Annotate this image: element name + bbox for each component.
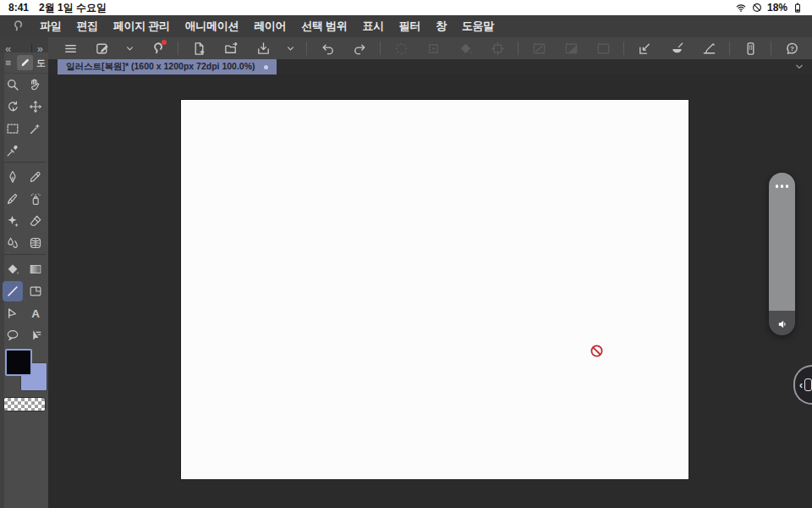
menu-filter[interactable]: 필터 [399,19,420,34]
tool-eraser[interactable] [25,211,46,231]
help-bubble-icon: ? [784,41,800,57]
toolbar-group [634,39,720,58]
magnifier-icon [5,77,20,92]
status-bar: 8:41 2월 1일 수요일 18% [0,0,812,15]
toolbar-group: ? [781,39,803,58]
tool-zoom[interactable] [3,75,23,95]
tool-row [0,258,48,280]
tool-text[interactable]: A [25,303,46,323]
menu-selection[interactable]: 선택 범위 [301,19,347,34]
tool-blend[interactable] [3,233,23,253]
menu-animation[interactable]: 애니메이션 [185,19,239,34]
fill-selection-button[interactable] [454,39,476,58]
companion-mode-button[interactable] [739,39,761,58]
tool-select-area[interactable] [3,119,23,139]
do-not-disturb-icon [751,2,763,14]
new-canvas-button[interactable] [188,39,210,58]
foreground-color-swatch[interactable] [5,349,32,376]
selection-tone-button[interactable] [560,39,582,58]
tool-palette-header: 도 [0,52,48,74]
toolbar-groups: ? [48,39,803,58]
redo-button[interactable] [348,39,370,58]
snap-to-special-ruler-button[interactable] [666,39,688,58]
tool-polyline[interactable] [3,303,23,323]
toolbar-separator [623,41,624,55]
frame-border-icon [28,284,43,299]
save-button[interactable] [252,39,274,58]
text-a-icon: A [28,306,43,321]
tool-figure[interactable] [25,233,46,253]
sparkle-icon [5,213,20,229]
battery-percent: 18% [767,2,787,14]
tool-decoration[interactable] [3,211,23,231]
help-button[interactable]: ? [781,39,803,58]
menu-view[interactable]: 표시 [362,19,383,34]
clip-studio-app-button[interactable] [146,39,168,58]
move-icon [28,99,43,114]
volume-more-options-icon[interactable] [769,185,795,188]
tool-pen[interactable] [3,167,23,187]
deselect-button[interactable] [390,39,412,58]
menu-layer[interactable]: 레이어 [254,19,286,34]
tool-auto-select[interactable] [25,119,46,139]
undo-button[interactable] [316,39,338,58]
tool-move-layer[interactable] [25,97,46,117]
tool-eyedropper[interactable] [3,141,23,161]
transparent-color-swatch[interactable] [3,397,46,411]
tool-brush[interactable] [3,189,23,209]
hand-icon [28,77,43,92]
tool-row [0,188,48,210]
menu-file[interactable]: 파일 [40,19,61,34]
clip-studio-logo-icon [10,19,25,34]
tool-frame-border[interactable] [25,281,46,301]
date: 2월 1일 수요일 [39,1,107,15]
edit-shortcut-dropdown-button[interactable] [123,39,136,58]
palette-menu-icon[interactable] [4,58,14,68]
tool-object[interactable] [25,325,46,345]
line-icon [5,284,20,299]
tab-overflow-chevron-icon[interactable] [793,61,805,73]
menu-edit[interactable]: 편집 [76,19,97,34]
document-tab[interactable]: 일러스트[복원]* (1600 x 1200px 72dpi 100.0%) [58,59,277,75]
save-dropdown-button[interactable] [284,39,297,58]
crop-selection-button[interactable] [486,39,508,58]
menu-page-management[interactable]: 페이지 관리 [113,19,170,34]
tab-modified-dot [264,65,268,69]
brush-icon [5,191,20,207]
eyedropper-icon [5,143,20,158]
balloon-icon [5,328,20,343]
edit-shortcut-button[interactable] [91,39,113,58]
tool-marker[interactable] [25,167,46,187]
tool-line[interactable] [3,281,23,301]
current-subtool-button[interactable] [17,55,33,70]
tool-row [0,118,48,140]
companion-icon [743,41,759,57]
tool-row [0,96,48,118]
tool-hand[interactable] [25,75,46,95]
menu-help[interactable]: 도움말 [462,19,494,34]
file-plus-icon [191,41,207,57]
object-cursor-icon [28,328,43,343]
main-menu-button[interactable] [59,39,81,58]
pen-box-icon [95,41,111,57]
snap-to-grid-button[interactable] [698,39,720,58]
figure-grid-icon [28,235,43,251]
canvas-area [48,75,812,508]
svg-text:A: A [31,307,40,320]
snap-to-ruler-button[interactable] [634,39,656,58]
document-canvas[interactable] [181,100,689,479]
menu-window[interactable]: 창 [436,19,447,34]
tool-row [0,140,48,162]
tool-airbrush[interactable] [25,189,46,209]
menu-items: 파일편집페이지 관리애니메이션레이어선택 범위표시필터창도움말 [40,19,494,34]
toolbar-group [188,39,297,58]
tool-balloon[interactable] [3,325,23,345]
tool-rotate-canvas[interactable] [3,97,23,117]
open-file-button[interactable] [220,39,242,58]
selection-line-button[interactable] [528,39,550,58]
volume-slider-overlay[interactable] [769,173,795,335]
tool-fill[interactable] [3,259,23,279]
reselect-button[interactable] [422,39,444,58]
tool-gradient[interactable] [25,259,46,279]
selection-launcher-button[interactable] [592,39,614,58]
